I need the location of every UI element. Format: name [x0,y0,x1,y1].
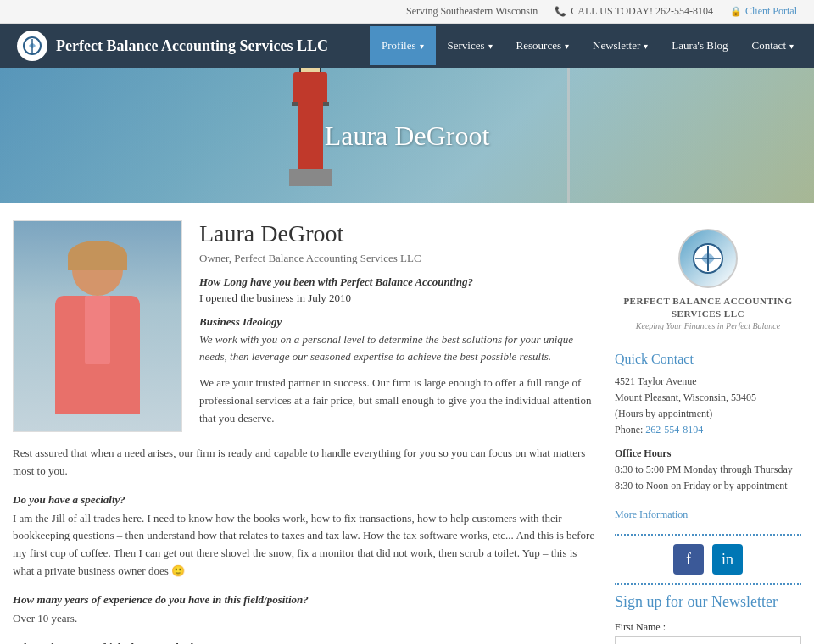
first-name-group: First Name : [615,621,801,644]
lock-icon [730,5,742,18]
a1: I opened the business in July 2010 [199,291,598,305]
nav-profiles[interactable]: Profiles [370,26,435,65]
content-area: Laura DeGroot Owner, Perfect Balance Acc… [13,220,598,644]
profile-photo [13,220,182,432]
ideology-title: Business Ideology [199,315,598,329]
address1: 4521 Taylor Avenue [615,374,801,390]
nav-contact[interactable]: Contact [740,26,806,65]
newsletter-section: Sign up for our Newsletter First Name : … [615,593,801,644]
serving-text: Serving Southeastern Wisconsin [406,5,538,18]
nav-blog[interactable]: Laura's Blog [660,26,739,65]
full-text: Rest assured that when a need arises, ou… [13,445,598,480]
divider1 [615,534,801,536]
person-scarf [85,296,110,364]
q2: Do you have a specialty? [13,493,598,507]
services-caret [488,39,493,53]
resources-caret [565,39,569,53]
sidebar-logo-circle [678,229,738,288]
newsletter-title: Sign up for our Newsletter [615,593,801,611]
first-name-input[interactable] [615,636,801,644]
top-bar: Serving Southeastern Wisconsin CALL US T… [0,0,814,24]
office-hours1: 8:30 to 5:00 PM Monday through Thursday [615,462,801,478]
profile-top: Laura DeGroot Owner, Perfect Balance Acc… [13,220,598,432]
client-portal-link[interactable]: Client Portal [730,5,797,18]
q3: How many years of experience do you have… [13,593,598,607]
main-container: Laura DeGroot Owner, Perfect Balance Acc… [0,203,814,644]
social-icons: f in [615,544,801,575]
profile-info: Laura DeGroot Owner, Perfect Balance Acc… [199,220,598,432]
ideology-text: We work with you on a personal level to … [199,331,598,364]
a2: I am the Jill of all trades here. I need… [13,510,598,580]
phone-icon [555,5,566,18]
profile-title: Owner, Perfect Balance Accounting Servic… [199,252,598,265]
hours-note: (Hours by appointment) [615,406,801,422]
divider2 [615,583,801,585]
photo-person [38,245,157,431]
q1: How Long have you been with Perfect Bala… [199,275,598,289]
hero-title: Laura DeGroot [325,120,490,152]
regular-text: We are your trusted partner in success. … [199,375,598,427]
person-body [55,296,140,414]
company-name: Perfect Balance Accounting Services LLC [56,37,328,55]
newsletter-caret [644,39,648,53]
rest-text: Rest assured that when a need arises, ou… [13,445,598,480]
profiles-caret [420,39,424,53]
qa-section: Do you have a specialty? I am the Jill o… [13,493,598,644]
office-hours-title: Office Hours [615,446,801,462]
nav-resources[interactable]: Resources [505,26,581,65]
hero-banner: Laura DeGroot [0,68,814,203]
facebook-icon[interactable]: f [673,544,704,575]
office-hours2: 8:30 to Noon on Friday or by appointment [615,478,801,494]
phone-number[interactable]: 262-554-8104 [645,424,703,436]
q4: What other types of jobs have you had? [13,641,598,644]
profile-name: Laura DeGroot [199,220,598,247]
contact-caret [789,39,794,53]
sidebar-tagline: Keeping Your Finances in Perfect Balance [623,321,793,330]
call-label: CALL US TODAY! 262-554-8104 [571,5,713,18]
main-nav: Perfect Balance Accounting Services LLC … [0,24,814,68]
lighthouse-base [289,169,332,186]
sidebar-company-name: Perfect Balance AccountingServices LLC [623,295,793,321]
more-info-link[interactable]: More Information [615,508,688,520]
sidebar: Perfect Balance AccountingServices LLC K… [615,220,801,644]
nav-services[interactable]: Services [436,26,505,65]
address2: Mount Pleasant, Wisconsin, 53405 [615,390,801,406]
sidebar-logo: Perfect Balance AccountingServices LLC K… [615,220,801,339]
person-hair [68,241,127,270]
nav-newsletter[interactable]: Newsletter [581,26,660,65]
hero-mast [567,68,570,203]
nav-logo-icon [17,31,47,61]
first-name-label: First Name : [615,621,801,634]
phone-line: Phone: 262-554-8104 [615,422,801,438]
quick-contact-title: Quick Contact [615,352,801,367]
quick-contact-section: Quick Contact 4521 Taylor Avenue Mount P… [615,352,801,521]
person-head [72,245,123,296]
lighthouse-top [293,72,327,102]
phone-label: Phone: [615,424,643,436]
a3: Over 10 years. [13,610,598,628]
nav-logo[interactable]: Perfect Balance Accounting Services LLC [8,24,337,68]
call-info: CALL US TODAY! 262-554-8104 [555,5,713,18]
nav-menu: Profiles Services Resources Newsletter L… [370,26,806,65]
linkedin-icon[interactable]: in [712,544,743,575]
portal-label: Client Portal [745,5,797,18]
